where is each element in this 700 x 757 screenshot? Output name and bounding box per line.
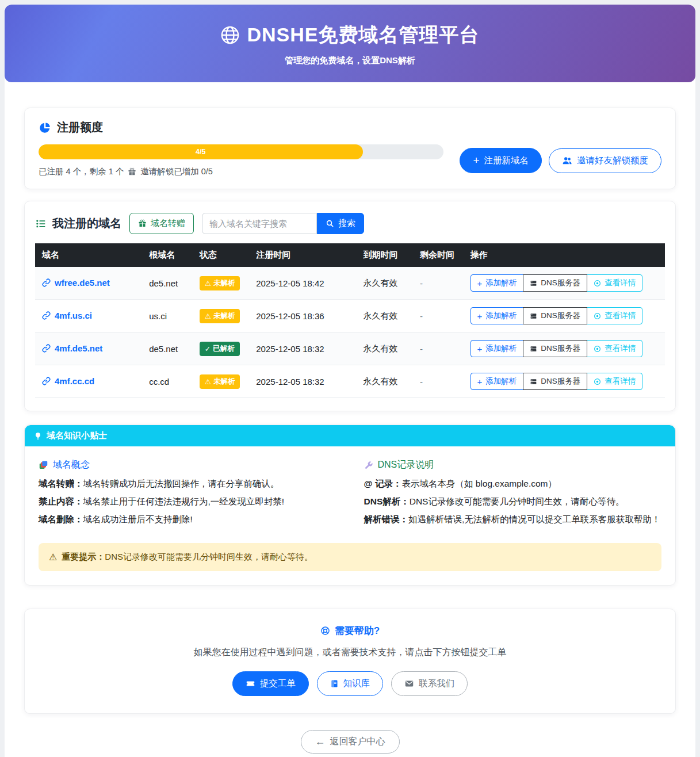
add-record-button[interactable]: +添加解析 xyxy=(471,373,524,390)
quota-card: 注册额度 4/5 已注册 4 个，剩余 1 个 xyxy=(24,108,676,189)
col-expires: 到期时间 xyxy=(356,243,413,267)
wrench-icon xyxy=(364,461,373,470)
important-notice-alert: ⚠ 重要提示：DNS记录修改可能需要几分钟时间生效，请耐心等待。 xyxy=(39,543,661,571)
tip-item: @ 记录：表示域名本身（如 blog.example.com） xyxy=(364,477,662,491)
expire-time: 永久有效 xyxy=(356,365,413,398)
tip-item: DNS解析：DNS记录修改可能需要几分钟时间生效，请耐心等待。 xyxy=(364,495,662,509)
page-subtitle: 管理您的免费域名，设置DNS解析 xyxy=(5,55,695,66)
view-details-button[interactable]: 查看详情 xyxy=(587,274,642,292)
contact-us-button[interactable]: 联系我们 xyxy=(391,671,468,696)
col-status: 状态 xyxy=(193,243,250,267)
knowledge-base-button[interactable]: 知识库 xyxy=(317,671,384,696)
dns-server-button[interactable]: DNS服务器 xyxy=(523,373,587,390)
view-details-button[interactable]: 查看详情 xyxy=(587,307,642,324)
search-button[interactable]: 搜索 xyxy=(317,213,364,234)
life-ring-icon xyxy=(320,626,330,636)
status-badge: ✓已解析 xyxy=(200,342,240,356)
root-domain: us.ci xyxy=(142,300,193,332)
quota-registered-text: 已注册 4 个，剩余 1 个 xyxy=(39,166,124,177)
quota-progress-fill: 4/5 xyxy=(39,144,363,159)
gift-icon xyxy=(138,219,147,228)
col-actions: 操作 xyxy=(464,243,665,267)
page-container: DNSHE免费域名管理平台 管理您的免费域名，设置DNS解析 注册额度 xyxy=(5,5,695,757)
dns-server-button[interactable]: DNS服务器 xyxy=(523,307,587,324)
domain-transfer-button[interactable]: 域名转赠 xyxy=(129,213,194,234)
domain-link[interactable]: 4mf.cc.cd xyxy=(42,376,94,386)
root-domain: cc.cd xyxy=(142,365,193,398)
link-icon xyxy=(42,311,51,320)
quota-stats: 已注册 4 个，剩余 1 个 邀请解锁已增加 0/5 xyxy=(39,166,443,177)
remaining-time: - xyxy=(413,332,464,365)
register-domain-button[interactable]: + 注册新域名 xyxy=(460,148,542,173)
submit-ticket-button[interactable]: 提交工单 xyxy=(232,671,309,696)
tip-item: 域名删除：域名成功注册后不支持删除! xyxy=(39,513,336,526)
domains-title: 我注册的域名 xyxy=(35,216,121,231)
registered-time: 2025-12-05 18:32 xyxy=(249,332,356,365)
plus-icon: + xyxy=(477,311,483,321)
view-details-button[interactable]: 查看详情 xyxy=(587,340,642,357)
col-domain: 域名 xyxy=(35,243,142,267)
status-icon: ✓ xyxy=(205,345,211,353)
domain-search-input[interactable] xyxy=(202,213,317,234)
domain-link[interactable]: 4mf.us.ci xyxy=(42,311,92,320)
status-badge: ⚠未解析 xyxy=(200,374,240,389)
tips-right-column: DNS记录说明 @ 记录：表示域名本身（如 blog.example.com） … xyxy=(364,459,662,530)
registered-time: 2025-12-05 18:32 xyxy=(249,365,356,398)
quota-invite-text: 邀请解锁已增加 0/5 xyxy=(140,166,213,177)
server-icon xyxy=(530,312,537,320)
quota-title: 注册额度 xyxy=(39,120,661,135)
warning-icon: ⚠ xyxy=(49,552,57,563)
add-record-button[interactable]: +添加解析 xyxy=(471,274,524,292)
help-card: 需要帮助? 如果您在使用过程中遇到问题，或者需要技术支持，请点击下方按钮提交工单… xyxy=(24,609,676,714)
expire-time: 永久有效 xyxy=(356,332,413,365)
root-domain: de5.net xyxy=(142,267,193,300)
plus-icon: + xyxy=(477,278,483,288)
domain-link[interactable]: wfree.de5.net xyxy=(42,278,110,288)
images-icon xyxy=(39,460,48,470)
add-record-button[interactable]: +添加解析 xyxy=(471,340,524,357)
eye-icon xyxy=(594,280,601,287)
globe-icon xyxy=(220,25,240,45)
server-icon xyxy=(530,280,537,287)
add-record-button[interactable]: +添加解析 xyxy=(471,307,524,324)
remaining-time: - xyxy=(413,267,464,300)
expire-time: 永久有效 xyxy=(356,300,413,332)
domains-table: 域名 根域名 状态 注册时间 到期时间 剩余时间 操作 wfree.d xyxy=(35,243,665,398)
help-text: 如果您在使用过程中遇到问题，或者需要技术支持，请点击下方按钮提交工单 xyxy=(39,647,661,659)
table-header-row: 域名 根域名 状态 注册时间 到期时间 剩余时间 操作 xyxy=(35,243,665,267)
domain-search-group: 搜索 xyxy=(202,213,364,234)
status-icon: ⚠ xyxy=(205,312,211,320)
tip-item: 禁止内容：域名禁止用于任何违法违规行为,一经发现立即封禁! xyxy=(39,495,336,509)
status-badge: ⚠未解析 xyxy=(200,309,240,323)
plus-icon: + xyxy=(473,154,479,167)
ticket-icon xyxy=(246,679,255,689)
search-icon xyxy=(326,219,334,228)
back-to-client-center-button[interactable]: ← 返回客户中心 xyxy=(301,730,400,754)
col-remaining: 剩余时间 xyxy=(413,243,464,267)
registered-time: 2025-12-05 18:42 xyxy=(249,267,356,300)
dns-server-button[interactable]: DNS服务器 xyxy=(523,340,587,357)
server-icon xyxy=(530,345,537,353)
invite-friends-button[interactable]: 邀请好友解锁额度 xyxy=(549,148,661,173)
eye-icon xyxy=(594,378,601,385)
eye-icon xyxy=(594,312,601,320)
people-icon xyxy=(562,155,572,166)
tips-right-title: DNS记录说明 xyxy=(364,459,662,471)
main-content: 注册额度 4/5 已注册 4 个，剩余 1 个 xyxy=(5,82,695,754)
app-header: DNSHE免费域名管理平台 管理您的免费域名，设置DNS解析 xyxy=(5,5,695,82)
table-row: 4mf.us.ci us.ci ⚠未解析 2025-12-05 18:36 永久… xyxy=(35,300,665,332)
domain-link[interactable]: 4mf.de5.net xyxy=(42,343,102,353)
envelope-icon xyxy=(404,679,414,689)
book-icon xyxy=(330,679,339,688)
expire-time: 永久有效 xyxy=(356,267,413,300)
view-details-button[interactable]: 查看详情 xyxy=(587,373,642,390)
eye-icon xyxy=(594,345,601,353)
remaining-time: - xyxy=(413,300,464,332)
dns-server-button[interactable]: DNS服务器 xyxy=(523,274,587,292)
pie-chart-icon xyxy=(39,121,51,134)
tips-left-column: 域名概念 域名转赠：域名转赠成功后无法撤回操作，请在分享前确认。 禁止内容：域名… xyxy=(39,459,336,530)
tips-left-title: 域名概念 xyxy=(39,459,336,471)
status-badge: ⚠未解析 xyxy=(200,276,240,290)
registered-time: 2025-12-05 18:36 xyxy=(249,300,356,332)
quota-progress-track: 4/5 xyxy=(39,144,443,159)
